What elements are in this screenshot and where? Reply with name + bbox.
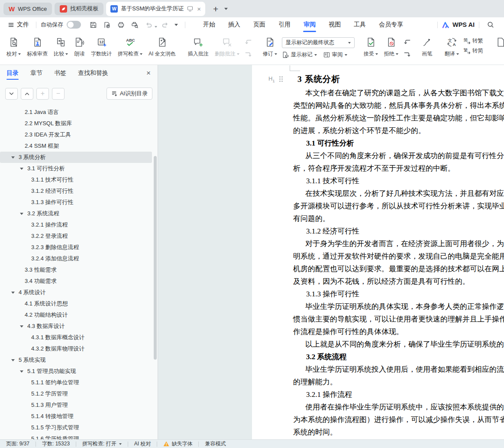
- show-markup-button[interactable]: 显示标记: [282, 51, 317, 58]
- sidebar-tab[interactable]: 查找和替换: [78, 65, 108, 81]
- toc-item[interactable]: 5.1.5 学习形式管理: [0, 422, 158, 433]
- menu-item[interactable]: 视图: [322, 17, 347, 32]
- toc-item[interactable]: 3.1.3 操作可行性: [0, 197, 158, 208]
- export-pdf-button[interactable]: [101, 19, 113, 30]
- toc-item[interactable]: 3.2 系统流程: [0, 208, 158, 219]
- tab-wps-office[interactable]: W WPS Office: [3, 3, 52, 15]
- undo-dropdown-icon[interactable]: [155, 26, 157, 28]
- missing-font-indicator[interactable]: 缺失字体: [163, 440, 192, 448]
- redo-button[interactable]: [159, 19, 171, 30]
- word-count-indicator[interactable]: 字数: 15323: [42, 440, 70, 448]
- toc-item[interactable]: 5.1.4 转接地管理: [0, 411, 158, 422]
- to-simplified-button[interactable]: 繁 转简: [463, 47, 483, 55]
- toc-item[interactable]: 3.2.1 操作流程: [0, 219, 158, 230]
- toc-item[interactable]: 2.2 MYSQL 数据库: [0, 118, 158, 129]
- reject-revision-button[interactable]: 拒绝: [381, 35, 401, 62]
- delete-comment-button[interactable]: 删除批注: [212, 35, 242, 62]
- toc-item[interactable]: 5.1 管理员功能实现: [0, 366, 158, 377]
- review-pane-button[interactable]: 审阅: [323, 51, 347, 58]
- toc-item[interactable]: 4.3.1 数据库概念设计: [0, 332, 158, 343]
- toc-item[interactable]: 3.2.2 登录流程: [0, 230, 158, 242]
- read-aloud-button[interactable]: 朗读: [71, 35, 88, 62]
- toc-previous-heading-button[interactable]: [21, 88, 33, 100]
- markup-state-select[interactable]: 显示标记的最终状态: [282, 37, 355, 48]
- next-comment-button[interactable]: [243, 50, 254, 59]
- compare-button[interactable]: 比较: [51, 35, 71, 62]
- menu-item[interactable]: 会员专享: [372, 17, 410, 32]
- ai-recognize-toc-button[interactable]: AI识别目录: [107, 88, 152, 100]
- clipped-button[interactable]: [492, 35, 504, 62]
- toc-item[interactable]: 3.2.3 删除信息流程: [0, 242, 158, 253]
- ai-polish-button[interactable]: AI 全文润色: [145, 35, 179, 62]
- ink-brush-button[interactable]: 画笔: [419, 35, 436, 62]
- caret-down-icon[interactable]: [11, 156, 15, 159]
- standard-review-button[interactable]: 标准审查: [24, 35, 51, 62]
- sidebar-close-icon[interactable]: ×: [146, 69, 151, 77]
- menu-item[interactable]: 页面: [247, 17, 272, 32]
- save-button[interactable]: [87, 19, 99, 30]
- print-button[interactable]: [115, 19, 126, 30]
- caret-down-icon[interactable]: [20, 370, 23, 373]
- search-button[interactable]: [485, 19, 496, 30]
- toc-item[interactable]: 2.3 IDEA 开发工具: [0, 129, 158, 140]
- toc-next-heading-button[interactable]: [5, 88, 18, 100]
- track-changes-button[interactable]: 修订: [260, 35, 280, 62]
- toc-expand-button[interactable]: +: [36, 88, 49, 100]
- toc-item[interactable]: 3.1.1 技术可行性: [0, 174, 158, 185]
- undo-button[interactable]: [143, 19, 154, 30]
- toc-item[interactable]: 4.2 功能结构设计: [0, 309, 158, 321]
- menu-item[interactable]: 插入: [222, 17, 247, 32]
- word-count-button[interactable]: 12 字数统计: [88, 35, 115, 62]
- toc-item[interactable]: 4.3.2 数据库物理设计: [0, 343, 158, 354]
- toc-item[interactable]: 4 系统设计: [0, 287, 158, 298]
- menu-item[interactable]: 开始: [197, 17, 222, 32]
- toc-item[interactable]: 3.1.2 经济可行性: [0, 185, 158, 197]
- quick-access-more-icon[interactable]: [174, 24, 178, 26]
- wps-ai-button[interactable]: WPS AI: [442, 21, 475, 28]
- caret-down-icon[interactable]: [11, 359, 15, 361]
- menu-item[interactable]: 审阅: [297, 17, 322, 32]
- sidebar-tab[interactable]: 章节: [30, 65, 42, 81]
- tab-document-active[interactable]: W 基于SSM的毕业生学历证明系 ×: [106, 2, 205, 16]
- accept-revision-button[interactable]: 接受: [361, 35, 381, 62]
- toc-item[interactable]: 4.1 系统设计思想: [0, 298, 158, 309]
- translate-button[interactable]: 文A 翻译: [442, 35, 462, 62]
- next-revision-button[interactable]: [402, 50, 413, 59]
- spellcheck-indicator[interactable]: 拼写检查: 打开: [82, 440, 122, 448]
- menu-item[interactable]: 工具: [347, 17, 372, 32]
- print-preview-button[interactable]: [129, 19, 140, 30]
- menu-item[interactable]: 引用: [272, 17, 297, 32]
- proofread-button[interactable]: 校对: [3, 35, 24, 62]
- toc-item[interactable]: 3.3 性能需求: [0, 264, 158, 276]
- insert-comment-button[interactable]: 插入批注: [185, 35, 212, 62]
- toc-item[interactable]: 5.1.1 签约单位管理: [0, 377, 158, 388]
- toc-item[interactable]: 2.1 Java 语言: [0, 107, 158, 118]
- to-traditional-button[interactable]: 简 转繁: [463, 37, 483, 45]
- page-indicator[interactable]: 页面: 9/37: [6, 440, 29, 448]
- toc-item[interactable]: 3.1 可行性分析: [0, 163, 158, 174]
- file-menu[interactable]: 文件: [5, 21, 32, 29]
- sidebar-scrollbar-thumb[interactable]: [154, 156, 157, 360]
- document-page[interactable]: H1 3 系统分析 本文作者在确定了研究的课题之后，从各大数字图书馆下载文献 类…: [252, 65, 504, 439]
- close-tab-icon[interactable]: ×: [197, 5, 201, 13]
- toc-item[interactable]: 3.4 功能需求: [0, 276, 158, 287]
- sidebar-tab[interactable]: 目录: [6, 65, 19, 81]
- toc-collapse-button[interactable]: −: [52, 88, 65, 100]
- compat-mode-indicator[interactable]: 兼容模式: [205, 440, 226, 448]
- caret-down-icon[interactable]: [20, 168, 23, 170]
- spell-check-button[interactable]: ABC 拼写检查: [115, 35, 145, 62]
- toc-item[interactable]: 5.1.2 学历管理: [0, 388, 158, 399]
- toc-item[interactable]: 3 系统分析: [0, 152, 152, 163]
- tab-docer-templates[interactable]: 找稻壳模板: [55, 3, 103, 15]
- drag-handle-icon[interactable]: [279, 76, 283, 82]
- ai-proofread-indicator[interactable]: AI 校对: [134, 440, 151, 448]
- caret-down-icon[interactable]: [20, 213, 23, 215]
- toc-item[interactable]: 5.1.6 学历性质管理: [0, 433, 158, 439]
- autosave-toggle[interactable]: [67, 21, 81, 29]
- toc-item[interactable]: 2.4 SSM 框架: [0, 140, 158, 152]
- sidebar-tab[interactable]: 书签: [54, 65, 66, 81]
- toc-item[interactable]: 5 系统实现: [0, 354, 158, 366]
- heading-handle[interactable]: H1: [268, 75, 283, 83]
- new-tab-button[interactable]: +: [213, 4, 218, 13]
- caret-down-icon[interactable]: [11, 292, 15, 294]
